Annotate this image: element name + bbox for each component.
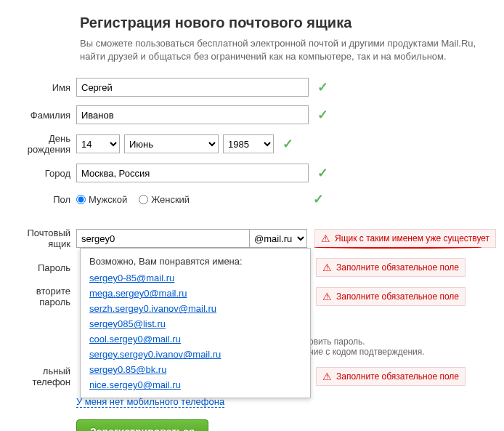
label-firstname: Имя: [7, 82, 76, 93]
birthday-month-select[interactable]: Июнь: [124, 134, 219, 153]
label-gender: Пол: [7, 194, 76, 205]
row-submit: Зарегистрироваться: [7, 419, 497, 431]
gender-female-radio[interactable]: Женский: [139, 194, 190, 205]
label-phone: льный телефон: [7, 366, 76, 387]
gender-male-input[interactable]: [76, 195, 86, 204]
check-icon: ✓: [317, 79, 328, 95]
warning-icon: ⚠: [322, 371, 332, 382]
suggestion-title: Возможно, Вам понравятся имена:: [89, 256, 301, 267]
row-mailbox: Почтовый ящик @mail.ru ⚠ Ящик с таким им…: [7, 227, 497, 249]
check-icon: ✓: [283, 136, 293, 152]
error-text: Заполните обязательное поле: [336, 262, 459, 273]
row-gender: Пол Мужской Женский ✓: [7, 191, 497, 207]
suggestion-item[interactable]: sergey0-85@mail.ru: [89, 273, 301, 283]
suggestion-dropdown: Возможно, Вам понравятся имена: sergey0-…: [80, 248, 311, 398]
check-icon: ✓: [313, 191, 324, 207]
label-birthday: День рождения: [7, 133, 76, 155]
row-birthday: День рождения 14 Июнь 1985 ✓: [7, 133, 497, 155]
firstname-input[interactable]: [76, 78, 309, 97]
row-lastname: Фамилия ✓: [7, 105, 497, 124]
label-city: Город: [7, 168, 76, 179]
recover-hint: овить пароль. ние с кодом подтверждения.: [309, 337, 425, 357]
suggestion-item[interactable]: sergey.sergey0.ivanov@mail.ru: [89, 349, 301, 360]
label-mailbox: Почтовый ящик: [7, 227, 76, 249]
page-title: Регистрация нового почтового ящика: [80, 15, 497, 31]
gender-male-label: Мужской: [89, 194, 127, 205]
label-password2: вторите пароль: [7, 286, 76, 307]
suggestion-list: sergey0-85@mail.ru mega.sergey0@mail.ru …: [89, 273, 301, 390]
error-text: Ящик с таким именем уже существует: [335, 233, 489, 243]
check-icon: ✓: [317, 107, 328, 123]
label-lastname: Фамилия: [7, 110, 76, 121]
suggestion-item[interactable]: nice.sergey0@mail.ru: [89, 379, 301, 390]
error-mailbox-exists: ⚠ Ящик с таким именем уже существует: [314, 229, 496, 248]
check-icon: ✓: [317, 165, 328, 181]
birthday-day-select[interactable]: 14: [76, 134, 120, 153]
error-text: Заполните обязательное поле: [336, 291, 459, 302]
gender-female-label: Женский: [151, 194, 190, 205]
suggestion-item[interactable]: mega.sergey0@mail.ru: [89, 288, 301, 299]
error-text: Заполните обязательное поле: [336, 371, 459, 382]
suggestion-item[interactable]: cool.sergey0@mail.ru: [89, 334, 301, 345]
suggestion-item[interactable]: sergey085@list.ru: [89, 318, 301, 329]
mailbox-input[interactable]: [76, 229, 249, 248]
birthday-year-select[interactable]: 1985: [223, 134, 274, 153]
error-password-required: ⚠ Заполните обязательное поле: [316, 258, 466, 277]
error-password2-required: ⚠ Заполните обязательное поле: [316, 287, 466, 306]
domain-select[interactable]: @mail.ru: [249, 229, 307, 248]
error-phone-required: ⚠ Заполните обязательное поле: [316, 367, 466, 386]
row-firstname: Имя ✓: [7, 78, 497, 97]
warning-icon: ⚠: [322, 262, 332, 273]
error-underline: [314, 246, 481, 249]
gender-male-radio[interactable]: Мужской: [76, 194, 127, 205]
row-city: Город ✓: [7, 164, 497, 182]
label-password: Пароль: [7, 262, 76, 273]
page-subtext: Вы сможете пользоваться бесплатной элект…: [80, 37, 487, 63]
lastname-input[interactable]: [76, 105, 309, 124]
city-input[interactable]: [76, 164, 309, 182]
warning-icon: ⚠: [321, 233, 330, 244]
suggestion-item[interactable]: serzh.sergey0.ivanov@mail.ru: [89, 303, 301, 314]
suggestion-item[interactable]: sergey0.85@bk.ru: [89, 364, 301, 375]
submit-button[interactable]: Зарегистрироваться: [76, 419, 208, 431]
warning-icon: ⚠: [322, 291, 332, 302]
gender-female-input[interactable]: [139, 195, 148, 204]
